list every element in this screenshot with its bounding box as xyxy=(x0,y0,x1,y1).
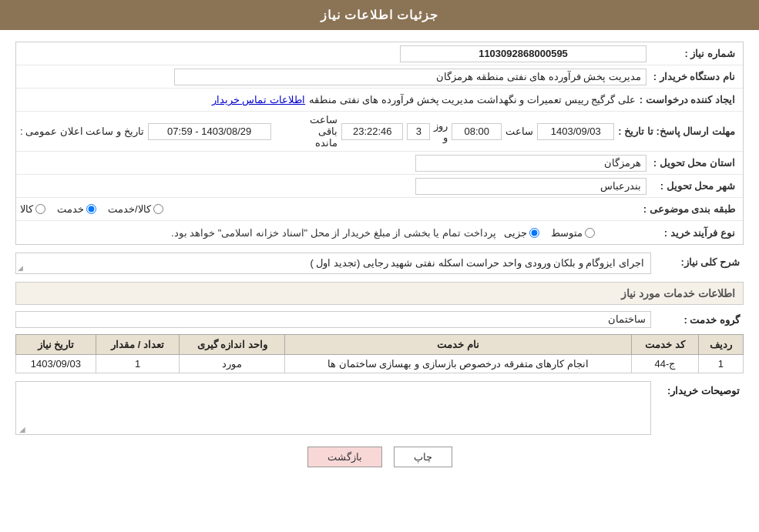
namDastgah-label: نام دستگاه خریدار : xyxy=(646,69,739,84)
ijadKonande-value: علی گرگیج رییس تعمیرات و نگهداشت مدیریت … xyxy=(309,94,636,105)
saat-value: 08:00 xyxy=(452,123,502,140)
taarikh-value: 1403/09/03 xyxy=(537,123,614,140)
mohlat-label: مهلت ارسال پاسخ: تا تاریخ : xyxy=(614,124,739,139)
navFarayand-label: نوع فرآیند خرید : xyxy=(646,226,739,240)
groheKhedmat-value: ساختمان xyxy=(15,311,651,328)
groheKhedmat-label: گروه خدمت : xyxy=(651,314,744,326)
main-form: شماره نیاز : 1103092868000595 نام دستگاه… xyxy=(15,42,744,245)
shomareNiaz-label: شماره نیاز : xyxy=(646,46,739,61)
navFarayand-note: پرداخت تمام یا بخشی از مبلغ خریدار از مح… xyxy=(20,227,504,239)
rooz-value: 3 xyxy=(407,123,430,140)
col-tarikh: تاریخ نیاز xyxy=(16,335,96,355)
sharhKoli-label: شرح کلی نیاز: xyxy=(651,253,744,269)
table-cell: 1 xyxy=(698,355,743,373)
description-resize-handle: ◢ xyxy=(18,425,25,433)
radio-kala-khedmat[interactable]: کالا/خدمت xyxy=(108,203,163,215)
tabaghe-radio-group: کالا/خدمت خدمت کالا xyxy=(20,203,640,215)
table-cell: 1 xyxy=(96,355,180,373)
radio-khedmat[interactable]: خدمت xyxy=(57,203,96,215)
navFarayand-radio-group: متوسط جزیی xyxy=(504,227,646,239)
shomareNiaz-value: 1103092868000595 xyxy=(400,45,646,62)
ijadKonande-label: ایجاد کننده درخواست : xyxy=(636,92,739,107)
rooz-label: روز و xyxy=(434,120,448,143)
mohlat-row: مهلت ارسال پاسخ: تا تاریخ : 1403/09/03 س… xyxy=(16,112,743,152)
ostan-value: هرمزگان xyxy=(415,155,646,172)
tosihKharidar-box: ◢ xyxy=(15,381,651,435)
table-cell: انجام کارهای متفرقه درخصوص بازسازی و بهس… xyxy=(285,355,632,373)
baghimande-label: ساعت باقی مانده xyxy=(310,114,338,149)
namDastgah-row: نام دستگاه خریدار : مدیریت پخش فرآورده ه… xyxy=(16,65,743,89)
col-tedad: تعداد / مقدار xyxy=(96,335,180,355)
ostan-label: استان محل تحویل : xyxy=(646,156,739,170)
saat-label: ساعت xyxy=(505,125,533,137)
tarikh-ilan-label: تاریخ و ساعت اعلان عمومی : xyxy=(20,125,144,137)
shahr-row: شهر محل تحویل : بندرعباس xyxy=(16,175,743,198)
ostan-row: استان محل تحویل : هرمزگان xyxy=(16,152,743,175)
groheKhedmat-row: گروه خدمت : ساختمان xyxy=(15,311,744,328)
ijadKonande-link[interactable]: اطلاعات تماس خریدار xyxy=(212,94,305,105)
navFarayand-row: نوع فرآیند خرید : متوسط جزیی پرداخت تمام… xyxy=(16,221,743,244)
radio-motavaset[interactable]: متوسط xyxy=(551,227,595,239)
table-cell: ج-44 xyxy=(632,355,699,373)
tosihKharidar-section: توصیحات خریدار: ◢ xyxy=(15,381,744,435)
col-nam: نام خدمت xyxy=(285,335,632,355)
table-cell: مورد xyxy=(180,355,285,373)
radio-kala[interactable]: کالا xyxy=(20,203,45,215)
tarikh-ilan-value: 1403/08/29 - 07:59 xyxy=(148,123,271,140)
table-row: 1ج-44انجام کارهای متفرقه درخصوص بازسازی … xyxy=(16,355,744,373)
back-button[interactable]: بازگشت xyxy=(307,447,382,467)
khadamat-section-title: اطلاعات خدمات مورد نیاز xyxy=(15,282,744,305)
tabaghe-label: طبقه بندی موضوعی : xyxy=(640,202,739,216)
shahr-value: بندرعباس xyxy=(415,178,646,195)
shahr-label: شهر محل تحویل : xyxy=(646,179,739,193)
page-title: جزئیات اطلاعات نیاز xyxy=(321,8,439,22)
tabaghe-row: طبقه بندی موضوعی : کالا/خدمت خدمت کالا xyxy=(16,198,743,221)
col-radif: ردیف xyxy=(698,335,743,355)
sharhKoli-value: اجرای ایزوگام و بلکان ورودی واحد حراست ا… xyxy=(15,253,651,274)
resize-handle: ◢ xyxy=(18,264,23,272)
buttons-row: چاپ بازگشت xyxy=(15,447,744,467)
table-cell: 1403/09/03 xyxy=(16,355,96,373)
tosihKharidar-label: توصیحات خریدار: xyxy=(651,381,744,396)
col-vahed: واحد اندازه گیری xyxy=(180,335,285,355)
sharhKoli-section: شرح کلی نیاز: اجرای ایزوگام و بلکان ورود… xyxy=(15,253,744,274)
shomareNiaz-row: شماره نیاز : 1103092868000595 xyxy=(16,42,743,65)
radio-jozi[interactable]: جزیی xyxy=(504,227,539,239)
ijadKonande-row: ایجاد کننده درخواست : علی گرگیج رییس تعم… xyxy=(16,89,743,112)
namDastgah-value: مدیریت پخش فرآورده های نفتی منطقه هرمزگا… xyxy=(174,69,646,85)
col-kod: کد خدمت xyxy=(632,335,699,355)
print-button[interactable]: چاپ xyxy=(394,447,452,467)
baghimande-value: 23:22:46 xyxy=(341,123,403,140)
service-table: ردیف کد خدمت نام خدمت واحد اندازه گیری ت… xyxy=(15,334,744,373)
page-header: جزئیات اطلاعات نیاز xyxy=(0,0,759,30)
